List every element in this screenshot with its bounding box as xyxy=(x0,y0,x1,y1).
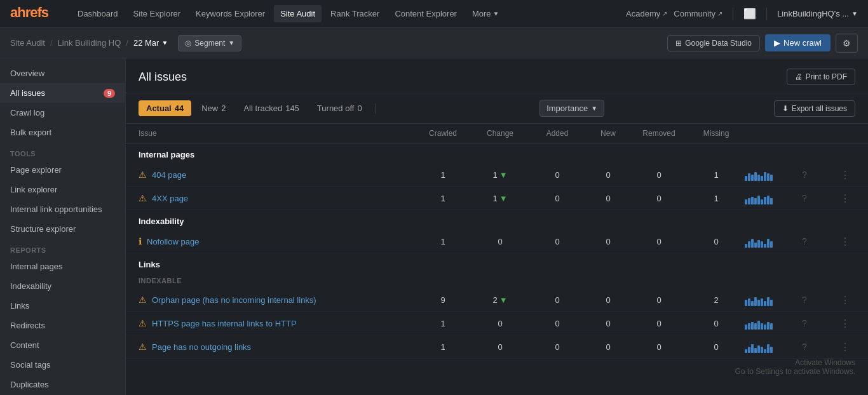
help-icon[interactable]: ? xyxy=(802,342,807,352)
issue-cell: ℹ Nofollow page xyxy=(139,236,414,246)
export-all-issues-button[interactable]: ⬇ Export all issues xyxy=(774,100,855,117)
sidebar-item-links[interactable]: Links xyxy=(0,296,125,316)
table-row: ⚠ HTTPS page has internal links to HTTP … xyxy=(126,312,868,335)
segment-icon: ◎ xyxy=(185,39,191,48)
col-missing: Missing xyxy=(688,129,745,138)
sidebar-item-internal-pages[interactable]: Internal pages xyxy=(0,257,125,276)
sidebar-item-overview[interactable]: Overview xyxy=(0,64,125,83)
sidebar-item-all-issues[interactable]: All issues 9 xyxy=(0,83,125,103)
issue-link-nofollow[interactable]: Nofollow page xyxy=(147,237,199,246)
tab-turned-off[interactable]: Turned off 0 xyxy=(309,100,370,116)
nav-more[interactable]: More ▼ xyxy=(466,5,506,22)
sidebar-item-internal-link-opp[interactable]: Internal link opportunities xyxy=(0,199,125,219)
breadcrumb-sep-2: / xyxy=(126,38,128,48)
tab-new[interactable]: New 2 xyxy=(194,100,233,116)
row-actions: ? xyxy=(802,295,840,305)
warning-icon: ⚠ xyxy=(139,193,147,203)
col-change: Change xyxy=(471,129,529,138)
nav-items: Dashboard Site Explorer Keywords Explore… xyxy=(71,5,626,22)
play-icon: ▶ xyxy=(774,38,780,48)
issue-link-no-outgoing[interactable]: Page has no outgoing links xyxy=(152,342,251,352)
new-crawl-button[interactable]: ▶ New crawl xyxy=(765,34,831,51)
nav-divider xyxy=(733,8,733,20)
more-options-icon[interactable]: ⋮ xyxy=(840,318,855,330)
nav-content-explorer[interactable]: Content Explorer xyxy=(388,5,463,22)
sidebar-item-duplicates[interactable]: Duplicates xyxy=(0,375,125,394)
gear-icon: ⚙ xyxy=(843,38,851,48)
breadcrumb-site-audit[interactable]: Site Audit xyxy=(10,38,45,48)
nav-rank-tracker[interactable]: Rank Tracker xyxy=(324,5,386,22)
print-to-pdf-button[interactable]: 🖨 Print to PDF xyxy=(787,69,855,85)
missing-val: 2 xyxy=(688,295,745,305)
issue-cell: ⚠ HTTPS page has internal links to HTTP xyxy=(139,318,414,328)
col-issue: Issue xyxy=(139,129,414,138)
main-content: All issues 🖨 Print to PDF Actual 44 New … xyxy=(126,58,868,395)
export-icon: ⬇ xyxy=(782,104,789,113)
missing-val: 1 xyxy=(688,194,745,203)
all-issues-badge: 9 xyxy=(104,89,115,98)
tabs-bar: Actual 44 New 2 All tracked 145 Turned o… xyxy=(126,93,868,124)
nav-community[interactable]: Community ↗ xyxy=(674,9,722,18)
top-navigation: ahrefs Dashboard Site Explorer Keywords … xyxy=(0,0,868,28)
help-icon[interactable]: ? xyxy=(802,236,807,246)
nav-dashboard[interactable]: Dashboard xyxy=(71,5,125,22)
sidebar-item-page-explorer[interactable]: Page explorer xyxy=(0,160,125,180)
segment-button[interactable]: ◎ Segment ▼ xyxy=(178,35,241,51)
user-menu[interactable]: LinkBuildingHQ's ... ▼ xyxy=(777,9,858,18)
sidebar-item-structure-explorer[interactable]: Structure explorer xyxy=(0,219,125,239)
change-cell: 2 ▼ xyxy=(471,295,529,305)
change-cell: 0 xyxy=(471,237,529,246)
issue-link-orphan[interactable]: Orphan page (has no incoming internal li… xyxy=(152,295,316,305)
arrow-down-icon: ▼ xyxy=(499,295,508,305)
more-options-icon[interactable]: ⋮ xyxy=(840,341,855,353)
nav-site-audit[interactable]: Site Audit xyxy=(274,5,322,22)
sidebar-item-indexability[interactable]: Indexability xyxy=(0,276,125,296)
sidebar-item-content[interactable]: Content xyxy=(0,335,125,355)
tab-actual[interactable]: Actual 44 xyxy=(139,100,191,116)
sidebar-item-social-tags[interactable]: Social tags xyxy=(0,355,125,375)
nav-site-explorer[interactable]: Site Explorer xyxy=(127,5,187,22)
nav-keywords-explorer[interactable]: Keywords Explorer xyxy=(189,5,271,22)
warning-icon: ⚠ xyxy=(139,295,147,305)
page-title: All issues xyxy=(139,70,187,84)
more-options-icon[interactable]: ⋮ xyxy=(840,294,855,306)
added-val: 0 xyxy=(529,319,586,328)
issue-link-4xx[interactable]: 4XX page xyxy=(152,194,188,203)
sidebar-item-link-explorer[interactable]: Link explorer xyxy=(0,180,125,199)
windows-activation: Activate Windows Go to Settings to activ… xyxy=(735,358,855,376)
issue-link-https-http[interactable]: HTTPS page has internal links to HTTP xyxy=(152,319,297,328)
removed-val: 0 xyxy=(630,194,688,203)
more-options-icon[interactable]: ⋮ xyxy=(840,169,855,181)
help-icon[interactable]: ? xyxy=(802,170,807,180)
more-options-icon[interactable]: ⋮ xyxy=(840,236,855,248)
breadcrumb-date[interactable]: 22 Mar ▼ xyxy=(133,38,168,48)
crawled-val: 1 xyxy=(414,237,471,246)
sidebar-item-redirects[interactable]: Redirects xyxy=(0,316,125,335)
tab-all-tracked[interactable]: All tracked 145 xyxy=(236,100,306,116)
table-row: ⚠ Page has no outgoing links 1 0 0 0 0 0 xyxy=(126,335,868,359)
sidebar-section-reports: Reports xyxy=(0,239,125,257)
added-val: 0 xyxy=(529,170,586,180)
help-icon[interactable]: ? xyxy=(802,193,807,203)
row-actions: ? xyxy=(802,236,840,246)
nav-academy[interactable]: Academy ↗ xyxy=(626,9,667,18)
help-icon[interactable]: ? xyxy=(802,295,807,305)
chevron-down-icon: ▼ xyxy=(161,39,168,46)
breadcrumb-site[interactable]: Link Builiding HQ xyxy=(58,38,121,48)
google-data-studio-button[interactable]: ⊞ Google Data Studio xyxy=(667,35,760,51)
help-icon[interactable]: ? xyxy=(802,318,807,328)
sidebar-item-bulk-export[interactable]: Bulk export xyxy=(0,123,125,142)
removed-val: 0 xyxy=(630,237,688,246)
new-val: 0 xyxy=(586,194,630,203)
settings-button[interactable]: ⚙ xyxy=(836,34,858,53)
removed-val: 0 xyxy=(630,342,688,352)
issue-link-404[interactable]: 404 page xyxy=(152,170,186,180)
sidebar-item-crawl-log[interactable]: Crawl log xyxy=(0,103,125,123)
col-removed: Removed xyxy=(630,129,688,138)
breadcrumb-right: ⊞ Google Data Studio ▶ New crawl ⚙ xyxy=(667,34,858,53)
more-options-icon[interactable]: ⋮ xyxy=(840,192,855,204)
monitor-icon[interactable]: ⬜ xyxy=(743,8,756,20)
importance-dropdown[interactable]: Importance ▼ xyxy=(539,100,604,117)
logo[interactable]: ahrefs xyxy=(10,5,56,22)
main-header: All issues 🖨 Print to PDF xyxy=(126,58,868,93)
